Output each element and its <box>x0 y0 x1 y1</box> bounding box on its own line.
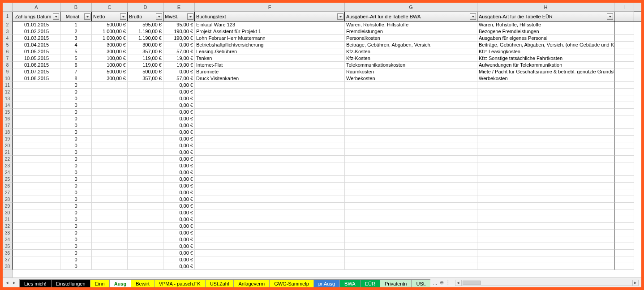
cell-empty[interactable] <box>614 42 634 48</box>
filter-dropdown-icon[interactable] <box>53 13 59 20</box>
row-number[interactable]: 14 <box>3 102 12 109</box>
cell[interactable]: Waren, Rohstoffe, Hilfsstoffe <box>477 21 614 28</box>
cell[interactable] <box>13 263 60 270</box>
cell[interactable]: Fremdleistungen <box>345 28 477 35</box>
cell[interactable] <box>345 156 477 162</box>
cell[interactable]: 3 <box>60 35 92 42</box>
cell[interactable] <box>92 122 128 129</box>
row-number[interactable]: 11 <box>3 82 12 89</box>
cell[interactable] <box>92 256 128 263</box>
cell[interactable] <box>195 236 345 243</box>
cell[interactable] <box>13 102 60 109</box>
cell[interactable] <box>345 142 477 149</box>
row-number[interactable]: 22 <box>3 156 12 162</box>
cell[interactable] <box>345 263 477 270</box>
row-number[interactable]: 12 <box>3 89 12 95</box>
cell[interactable]: 0,00 € <box>163 169 195 176</box>
cell[interactable]: 357,00 € <box>128 48 163 55</box>
cell[interactable]: Beiträge, Gebühren, Abgaben, Versich. <box>345 42 477 48</box>
cell[interactable]: 100,00 € <box>92 55 128 62</box>
cell[interactable] <box>195 263 345 270</box>
cell[interactable]: 0,00 € <box>163 230 195 236</box>
cell[interactable] <box>195 176 345 183</box>
cell[interactable] <box>195 243 345 250</box>
cell[interactable] <box>195 256 345 263</box>
cell[interactable]: 0,00 € <box>163 250 195 256</box>
cell[interactable] <box>477 115 614 122</box>
cell[interactable] <box>345 115 477 122</box>
filter-dropdown-icon[interactable] <box>607 13 613 20</box>
row-number[interactable]: 13 <box>3 95 12 102</box>
cell[interactable]: 0,00 € <box>163 136 195 142</box>
cell[interactable]: Leasing-Gebühren <box>195 48 345 55</box>
cell[interactable] <box>477 109 614 115</box>
cell[interactable]: 0,00 € <box>163 89 195 95</box>
cell[interactable] <box>92 156 128 162</box>
cell[interactable]: Kfz-Kosten <box>345 55 477 62</box>
cell[interactable] <box>13 142 60 149</box>
cell-empty[interactable] <box>614 35 634 42</box>
cell-empty[interactable] <box>614 203 634 209</box>
cell[interactable] <box>345 122 477 129</box>
cell[interactable] <box>92 89 128 95</box>
cell[interactable] <box>13 209 60 216</box>
cell[interactable] <box>345 89 477 95</box>
cell[interactable]: 01.08.2015 <box>13 75 60 82</box>
filter-dropdown-icon[interactable] <box>470 13 476 20</box>
cell-empty[interactable] <box>614 12 634 21</box>
cell[interactable]: 2 <box>60 28 92 35</box>
cell-empty[interactable] <box>614 21 634 28</box>
cell[interactable] <box>195 230 345 236</box>
cell[interactable]: 1 <box>60 21 92 28</box>
select-all-corner[interactable] <box>3 3 13 12</box>
cell[interactable]: 0 <box>60 176 92 183</box>
cell[interactable] <box>92 129 128 136</box>
cell[interactable] <box>477 142 614 149</box>
cell[interactable] <box>345 95 477 102</box>
sheet-tab[interactable]: Einstellungen <box>51 279 90 287</box>
row-number[interactable]: 10 <box>3 75 12 82</box>
cell[interactable] <box>477 169 614 176</box>
cell-empty[interactable] <box>614 209 634 216</box>
cell[interactable]: 190,00 € <box>163 28 195 35</box>
cell[interactable] <box>92 223 128 230</box>
col-letter-F[interactable]: F <box>195 3 345 12</box>
cell[interactable] <box>477 230 614 236</box>
cell[interactable]: 0 <box>60 196 92 203</box>
col-letter-I[interactable]: I <box>614 3 634 12</box>
cell-empty[interactable] <box>614 216 634 223</box>
row-number[interactable]: 5 <box>3 42 12 48</box>
sheet-tab[interactable]: BWA <box>339 279 361 287</box>
row-number[interactable]: 6 <box>3 48 12 55</box>
cell[interactable] <box>195 169 345 176</box>
cell[interactable]: 0 <box>60 243 92 250</box>
cell[interactable]: 1.190,00 € <box>128 35 163 42</box>
row-number[interactable]: 38 <box>3 263 12 270</box>
cell[interactable]: 0,00 € <box>163 122 195 129</box>
cell[interactable] <box>345 109 477 115</box>
cell[interactable] <box>13 176 60 183</box>
row-number[interactable]: 20 <box>3 142 12 149</box>
cell[interactable] <box>128 176 163 183</box>
cell[interactable] <box>195 196 345 203</box>
row-number[interactable]: 26 <box>3 183 12 189</box>
cell[interactable] <box>128 162 163 169</box>
cell[interactable]: 0,00 € <box>163 216 195 223</box>
cell[interactable] <box>477 223 614 230</box>
hscroll-thumb[interactable] <box>463 281 481 285</box>
cell[interactable]: 0,00 € <box>163 102 195 109</box>
row-number[interactable]: 34 <box>3 236 12 243</box>
cell[interactable] <box>92 109 128 115</box>
filter-header-D[interactable]: Brutto <box>128 12 163 21</box>
row-number[interactable]: 18 <box>3 129 12 136</box>
cell[interactable] <box>13 203 60 209</box>
sheet-tab[interactable]: USt.Zahl <box>205 279 234 287</box>
cell[interactable]: 0 <box>60 209 92 216</box>
cell[interactable] <box>195 189 345 196</box>
cell[interactable]: 8 <box>60 75 92 82</box>
filter-header-A[interactable]: Zahlungs Datum <box>13 12 60 21</box>
cell[interactable]: 0 <box>60 263 92 270</box>
cell[interactable] <box>92 196 128 203</box>
cell[interactable] <box>195 82 345 89</box>
row-number[interactable]: 19 <box>3 136 12 142</box>
